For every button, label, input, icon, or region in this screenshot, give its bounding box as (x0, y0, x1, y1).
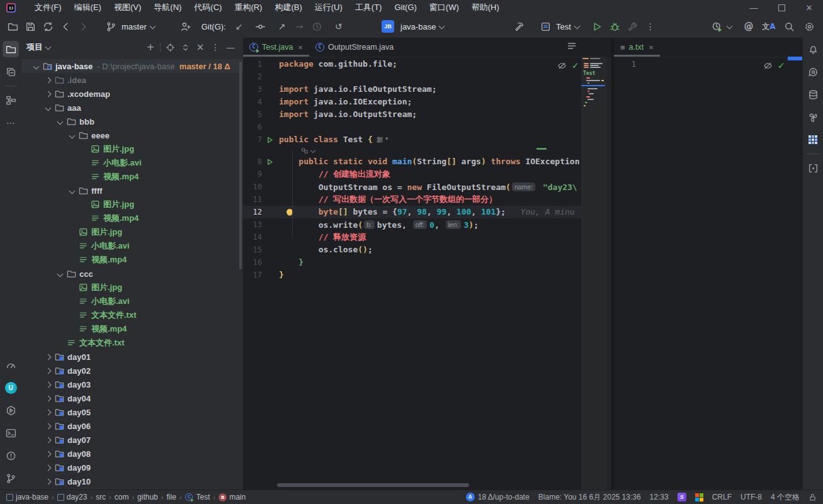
run-gutter-icon[interactable] (262, 155, 279, 168)
target-icon[interactable] (162, 40, 178, 55)
code-line[interactable]: 16 } (243, 256, 611, 269)
commit-tool-icon[interactable] (3, 64, 19, 80)
tree-row[interactable]: 文本文件.txt (21, 336, 243, 350)
chevron-right-icon[interactable] (42, 424, 54, 428)
chevron-right-icon[interactable] (42, 452, 54, 456)
tree-row[interactable]: 图片.jpg (21, 281, 243, 294)
line-number[interactable]: 16 (243, 256, 262, 269)
tree-row[interactable]: day07 (21, 433, 243, 447)
code-line[interactable]: 14 // 释放资源 (243, 231, 611, 244)
code-line[interactable]: 1package com.github.file; (243, 58, 611, 70)
chevron-down-icon[interactable] (66, 189, 77, 193)
status-item-12:33[interactable]: 12:33 (650, 493, 669, 501)
tree-row[interactable]: 视频.mp4 (21, 211, 243, 225)
chevron-right-icon[interactable] (42, 355, 54, 359)
tree-row[interactable]: 图片.jpg (21, 198, 243, 211)
tree-row[interactable]: day09 (21, 461, 243, 474)
add-icon[interactable]: + (143, 40, 158, 55)
tab-list-icon[interactable] (567, 42, 576, 50)
more-h-icon[interactable]: ⋯ (3, 115, 19, 131)
maximize-button[interactable] (768, 0, 795, 15)
tree-row[interactable]: day04 (21, 391, 243, 405)
tree-row[interactable]: eeee (21, 128, 243, 142)
line-number[interactable]: 8 (243, 155, 262, 168)
git-branch-icon[interactable] (103, 18, 119, 35)
profiler-gauge-icon[interactable] (3, 357, 19, 373)
run-icon[interactable] (589, 18, 606, 35)
user-plus-icon[interactable] (178, 18, 194, 35)
line-number[interactable]: 2 (243, 70, 262, 83)
hammer-icon[interactable] (511, 18, 527, 35)
code-line[interactable]: 6 (243, 121, 611, 133)
line-number[interactable]: 1 (243, 58, 262, 70)
line-number[interactable]: 7 (243, 133, 262, 146)
run-gutter-icon[interactable] (262, 133, 279, 146)
tree-row[interactable]: 视频.mp4 (21, 253, 243, 267)
code-line[interactable]: 11 // 写出数据（一次写入一个字节数组的一部分） (243, 193, 611, 206)
translate-icon[interactable]: 文A (761, 18, 777, 35)
ai-inlay-hint[interactable] (243, 146, 611, 155)
tree-row[interactable]: 小电影.avi (21, 239, 243, 253)
breadcrumb-item[interactable]: github (137, 493, 158, 501)
tree-row[interactable]: 视频.mp4 (21, 170, 243, 184)
tree-row[interactable]: .xcodemap (21, 87, 243, 101)
line-number[interactable]: 17 (243, 269, 262, 281)
breadcrumb-item[interactable]: file (166, 493, 176, 501)
tree-row[interactable]: day06 (21, 419, 243, 433)
status-item[interactable] (809, 493, 817, 501)
code-line[interactable]: 9 // 创建输出流对象 (243, 168, 611, 181)
editor-scrollbar-track[interactable] (606, 57, 611, 490)
menu-item[interactable]: Git(G) (388, 0, 423, 15)
code-line[interactable]: 8 public static void main(String[] args)… (243, 155, 611, 168)
chevron-right-icon[interactable] (42, 92, 54, 96)
tab-close-icon[interactable]: × (298, 43, 303, 52)
tree-row[interactable]: day05 (21, 405, 243, 419)
tree-row[interactable]: 视频.mp4 (21, 322, 243, 336)
chevron-right-icon[interactable] (42, 410, 54, 415)
tab-close-icon[interactable]: × (649, 43, 654, 52)
tree-row[interactable]: 文本文件.txt (21, 308, 243, 322)
structure-icon[interactable] (3, 92, 19, 108)
tree-row[interactable]: ffff (21, 184, 243, 198)
tree-row[interactable]: aaa (21, 101, 243, 115)
pull-icon[interactable]: ↙ (231, 18, 247, 35)
tree-row[interactable]: 图片.jpg (21, 225, 243, 239)
more-v-icon[interactable]: ⋮ (642, 18, 659, 35)
line-number[interactable]: 5 (243, 108, 262, 121)
tab-a.txt[interactable]: ≡a.txt× (614, 38, 660, 57)
hide-icon[interactable]: — (223, 40, 238, 55)
status-item-18[interactable]: ∆18 Δ/up-to-date (466, 493, 530, 501)
menu-item[interactable]: 运行(U) (309, 0, 349, 15)
project-panel-title[interactable]: 项目 (26, 42, 43, 53)
menu-item[interactable]: 代码(C) (188, 0, 228, 15)
menu-item[interactable]: 视图(V) (108, 0, 147, 15)
menu-item[interactable]: 导航(N) (147, 0, 188, 15)
plugin-grid-icon[interactable] (805, 132, 821, 148)
tree-row[interactable]: 小电影.avi (21, 294, 243, 308)
save-icon[interactable] (22, 18, 38, 35)
tree-row[interactable]: bbb (21, 115, 243, 128)
breadcrumb-item[interactable]: java-base (6, 493, 48, 501)
line-number[interactable]: 15 (243, 244, 262, 256)
gradle-pinwheel-icon[interactable] (805, 109, 821, 125)
tree-row[interactable]: day01 (21, 350, 243, 364)
code-line[interactable]: 13 os.write(b:bytes, off:0, len:3); (243, 218, 611, 231)
line-number[interactable]: 12 (243, 206, 262, 218)
search-icon[interactable] (781, 18, 797, 35)
chevron-right-icon[interactable] (42, 466, 54, 470)
code-line[interactable]: 4import java.io.IOException; (243, 96, 611, 108)
brackets-icon[interactable] (805, 160, 821, 176)
tree-row[interactable]: day10 (21, 474, 243, 488)
code-editor[interactable]: 1package com.github.file;23import java.i… (243, 57, 611, 490)
chevron-right-icon[interactable] (42, 78, 54, 82)
tree-row[interactable]: day02 (21, 364, 243, 378)
menu-item[interactable]: 构建(B) (268, 0, 308, 15)
tree-row[interactable]: 图片.jpg (21, 142, 243, 156)
menu-item[interactable]: 工具(T) (349, 0, 389, 15)
project-tree-scrollbar[interactable] (239, 62, 242, 269)
debug-icon[interactable] (607, 18, 623, 35)
menu-item[interactable]: 文件(F) (28, 0, 68, 15)
inspection-widget[interactable]: ✓ (557, 60, 579, 70)
tab-Test.java[interactable]: CTest.java× (243, 38, 309, 57)
at-icon[interactable]: @ (741, 18, 757, 35)
